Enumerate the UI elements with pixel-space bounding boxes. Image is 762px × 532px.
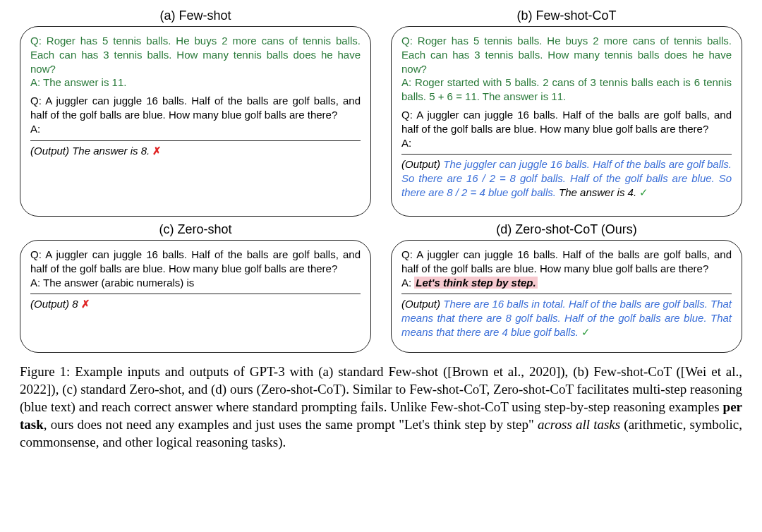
panel-a-output: (Output) The answer is 8. ✗ (30, 144, 361, 158)
panel-a-wrap: (a) Few-shot Q: Roger has 5 tennis balls… (20, 8, 371, 217)
output-prefix: (Output) (30, 145, 72, 157)
panel-b-example: Q: Roger has 5 tennis balls. He buys 2 m… (401, 34, 732, 104)
panel-c-answer: 8 (72, 298, 78, 310)
panel-d-query: Q: A juggler can juggle 16 balls. Half o… (401, 248, 732, 289)
panel-a: Q: Roger has 5 tennis balls. He buys 2 m… (20, 26, 371, 217)
panel-a-example: Q: Roger has 5 tennis balls. He buys 2 m… (30, 34, 361, 90)
panel-d: Q: A juggler can juggle 16 balls. Half o… (391, 240, 742, 353)
figure-caption: Figure 1: Example inputs and outputs of … (20, 363, 742, 451)
panel-a-title: (a) Few-shot (159, 8, 231, 23)
caption-prefix: Figure 1: Example inputs and outputs of … (20, 364, 742, 414)
output-prefix: (Output) (30, 298, 72, 310)
panel-c-wrap: (c) Zero-shot Q: A juggler can juggle 16… (20, 222, 371, 353)
check-icon: ✓ (581, 326, 591, 338)
panel-d-reasoning: There are 16 balls in total. Half of the… (401, 298, 732, 338)
panel-b-output: (Output) The juggler can juggle 16 balls… (401, 157, 732, 199)
panel-a-answer: The answer is 8. (72, 145, 150, 157)
caption-middle: , ours does not need any examples and ju… (44, 417, 538, 432)
panel-b-query: Q: A juggler can juggle 16 balls. Half o… (401, 108, 732, 150)
figure-grid: (a) Few-shot Q: Roger has 5 tennis balls… (20, 8, 742, 353)
output-prefix: (Output) (401, 158, 443, 170)
panel-c-query: Q: A juggler can juggle 16 balls. Half o… (30, 248, 361, 289)
caption-italic-1: across all tasks (538, 417, 620, 432)
panel-d-title: (d) Zero-shot-CoT (Ours) (496, 222, 637, 237)
check-icon: ✓ (639, 186, 648, 198)
output-prefix: (Output) (401, 298, 443, 310)
panel-b-divider (401, 154, 732, 155)
panel-d-divider (401, 294, 732, 294)
panel-b-answer: The answer is 4. (556, 186, 636, 198)
panel-b-wrap: (b) Few-shot-CoT Q: Roger has 5 tennis b… (391, 8, 742, 217)
panel-a-divider (30, 140, 361, 141)
panel-d-highlight: Let's think step by step. (414, 277, 537, 289)
panel-c-output: (Output) 8 ✗ (30, 297, 361, 311)
panel-d-wrap: (d) Zero-shot-CoT (Ours) Q: A juggler ca… (391, 222, 742, 353)
panel-b-title: (b) Few-shot-CoT (516, 8, 616, 23)
panel-b: Q: Roger has 5 tennis balls. He buys 2 m… (391, 26, 742, 217)
panel-a-query: Q: A juggler can juggle 16 balls. Half o… (30, 94, 361, 135)
panel-c-title: (c) Zero-shot (159, 222, 231, 237)
panel-c-divider (30, 294, 361, 294)
panel-c: Q: A juggler can juggle 16 balls. Half o… (20, 240, 371, 353)
cross-icon: ✗ (152, 145, 162, 157)
panel-d-output: (Output) There are 16 balls in total. Ha… (401, 297, 732, 339)
cross-icon: ✗ (81, 298, 90, 310)
